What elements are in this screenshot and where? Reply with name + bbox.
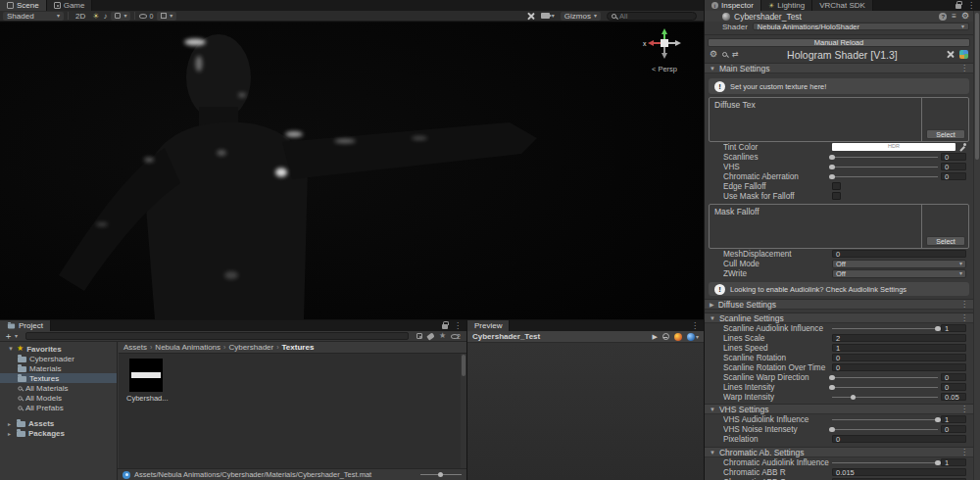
import-package-icon[interactable] (416, 333, 422, 339)
section-menu-icon[interactable]: ⋮ (960, 406, 968, 413)
project-search-input[interactable] (25, 332, 409, 340)
orientation-gizmo[interactable]: x < Persp (639, 27, 690, 74)
section-diffuse-settings[interactable]: ▶ Diffuse Settings ⋮ (705, 299, 973, 310)
text-field[interactable]: 2 (832, 334, 966, 343)
play-icon[interactable]: ▶ (653, 333, 658, 340)
slider[interactable] (832, 416, 938, 422)
camera-dropdown[interactable]: ▾ (541, 13, 555, 19)
favorites-filter-icon[interactable]: ★ (439, 332, 446, 340)
slider[interactable] (832, 459, 938, 465)
hidden-objects-button[interactable]: 0 (139, 13, 153, 20)
select-texture-button[interactable]: Select (926, 129, 965, 139)
presets-icon[interactable]: ≡ (952, 13, 956, 21)
section-chromatic-settings[interactable]: ▼ Chromatic Ab. Settings ⋮ (705, 447, 973, 457)
color-swatch[interactable]: HDR (832, 143, 956, 151)
section-menu-icon[interactable]: ⋮ (960, 449, 968, 456)
tree-item-favorites[interactable]: ▼ ★ Favorites (0, 344, 117, 354)
hidden-packages-button[interactable]: 2 (451, 333, 461, 340)
thumbnail-size-slider[interactable] (420, 471, 462, 479)
text-field[interactable]: 0 (832, 250, 966, 259)
lighting-toggle-icon[interactable]: ☀ (92, 12, 99, 21)
breadcrumb-nebula-animations[interactable]: Nebula Animations (155, 343, 220, 352)
value-field[interactable]: 0 (941, 373, 966, 382)
effects-dropdown[interactable]: ▾ (111, 12, 130, 21)
value-field[interactable]: 1 (941, 415, 966, 424)
value-field[interactable]: 0 (941, 163, 966, 171)
mute-icon[interactable] (662, 333, 669, 340)
slider[interactable] (832, 394, 938, 400)
tree-item-all-prefabs[interactable]: All Prefabs (0, 403, 117, 412)
tree-item-assets[interactable]: ▸ Assets (0, 418, 117, 428)
section-menu-icon[interactable]: ⋮ (960, 301, 968, 309)
value-field[interactable]: 1 (941, 324, 966, 333)
section-main-settings[interactable]: ▼ Main Settings ⋮ (705, 63, 973, 73)
slider[interactable] (832, 173, 938, 179)
texture-slot[interactable]: Select (921, 205, 968, 248)
slider[interactable] (832, 164, 938, 169)
panel-menu-icon[interactable]: ⋮ (691, 322, 699, 330)
section-scanline-settings[interactable]: ▼ Scanline Settings ⋮ (705, 312, 973, 323)
audio-toggle-icon[interactable]: ♪ (103, 12, 107, 21)
slider[interactable] (832, 384, 938, 390)
tree-item-materials[interactable]: Materials (0, 363, 117, 373)
tree-item-cybershader[interactable]: Cybershader (0, 354, 117, 363)
inspector-scrollbar[interactable] (973, 11, 980, 480)
perspective-label[interactable]: < Persp (639, 65, 690, 73)
select-texture-button[interactable]: Select (926, 236, 965, 246)
thry-presets-icon[interactable] (959, 50, 968, 59)
cull-mode-dropdown[interactable]: Off ▾ (832, 260, 966, 268)
tab-vrchat-sdk[interactable]: VRChat SDK (812, 0, 873, 11)
zwrite-dropdown[interactable]: Off ▾ (832, 269, 966, 278)
tab-lighting[interactable]: ☀ Lighting (761, 0, 812, 11)
slider[interactable] (832, 426, 938, 432)
tree-item-all-materials[interactable]: All Materials (0, 383, 117, 393)
value-field[interactable]: 0.05 (941, 393, 966, 402)
text-field[interactable]: 1 (832, 344, 966, 353)
search-icon[interactable] (722, 52, 727, 57)
grid-visibility-dropdown[interactable]: ▾ (157, 12, 176, 21)
scene-search-box[interactable] (607, 12, 697, 21)
breadcrumb-textures[interactable]: Textures (282, 343, 315, 352)
gear-icon[interactable]: ⚙ (961, 12, 969, 21)
lighting-sphere-icon[interactable] (674, 333, 682, 341)
tools-icon[interactable] (946, 50, 955, 59)
manual-reload-button[interactable]: Manual Reload (708, 38, 970, 47)
value-field[interactable]: 0 (941, 172, 966, 181)
tree-item-all-models[interactable]: All Models (0, 393, 117, 403)
section-vhs-settings[interactable]: ▼ VHS Settings ⋮ (705, 404, 973, 414)
texture-slot[interactable]: Select (921, 98, 968, 141)
value-field[interactable]: 0 (941, 383, 966, 392)
create-asset-button[interactable]: ＋▾ (4, 330, 18, 343)
swap-arrows-icon[interactable]: ⇄ (732, 51, 739, 59)
shader-dropdown[interactable]: Nebula Animations/HoloShader ▾ (753, 23, 969, 31)
breadcrumb-assets[interactable]: Assets (123, 343, 147, 352)
text-field[interactable]: 0 (832, 435, 966, 444)
tab-game[interactable]: Game (47, 0, 93, 11)
value-field[interactable]: 0 (941, 153, 966, 162)
scene-search-input[interactable] (619, 12, 692, 21)
lock-icon[interactable] (956, 4, 961, 9)
scene-viewport[interactable]: x < Persp (0, 23, 704, 319)
tree-item-packages[interactable]: ▸ Packages (0, 428, 117, 438)
slider[interactable] (832, 374, 938, 380)
gizmos-dropdown[interactable]: Gizmos ▾ (561, 12, 601, 21)
toggle-2d-button[interactable]: 2D (73, 12, 88, 21)
preview-shape-dropdown[interactable]: ▾ (687, 333, 699, 341)
text-field[interactable]: 0.015 (832, 468, 966, 477)
tab-scene[interactable]: Scene (0, 0, 47, 11)
panel-menu-icon[interactable]: ⋮ (454, 322, 462, 330)
text-field[interactable]: 0 (832, 354, 966, 362)
tool-settings-icon[interactable] (526, 12, 535, 21)
help-icon[interactable]: ? (939, 13, 947, 21)
panel-menu-icon[interactable]: ⋮ (967, 2, 975, 10)
eyedropper-icon[interactable] (958, 143, 966, 151)
value-field[interactable]: 0 (941, 425, 966, 434)
checkbox[interactable] (832, 192, 841, 201)
slider[interactable] (832, 325, 938, 331)
draw-mode-dropdown[interactable]: Shaded ▾ (3, 12, 64, 21)
tree-item-textures[interactable]: Textures (0, 373, 117, 383)
gear-icon[interactable]: ⚙ (710, 50, 717, 59)
checkbox[interactable] (832, 182, 841, 191)
asset-cybershader-test[interactable]: Cybershad... (126, 359, 166, 403)
lock-icon[interactable] (442, 324, 448, 329)
